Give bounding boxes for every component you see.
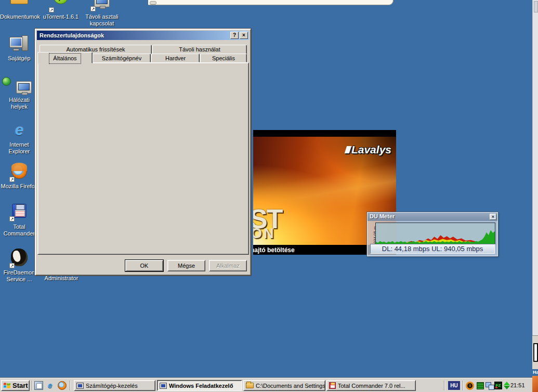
- splash-status-text: hajtó betöltése: [253, 246, 295, 254]
- taskbar: Start e Számítógép-kezelés Windows Felad…: [0, 378, 538, 392]
- du-meter-scale: 1034,05 m: [368, 222, 374, 245]
- windows-flag-icon: [3, 382, 11, 389]
- desktop: { "desktop": { "icons": [ { "label": "Do…: [0, 0, 538, 392]
- shortcut-arrow-icon: ↗: [90, 6, 96, 11]
- taskbar-divider: [32, 381, 33, 390]
- desktop-icon-utorrent[interactable]: µ ↗ uTorrent-1.6.1: [41, 0, 81, 20]
- start-button[interactable]: Start: [1, 380, 30, 391]
- icon-label: Hálózati helyek: [0, 97, 38, 110]
- firefox-icon[interactable]: [58, 381, 67, 390]
- dialog-titlebar[interactable]: Rendszertulajdonságok ? ×: [37, 31, 249, 40]
- task-button-task-manager[interactable]: Windows Feladatkezelő: [157, 380, 242, 391]
- tab-specialis[interactable]: Speciális: [200, 54, 247, 62]
- splash-subtitle-fragment: ON: [253, 226, 275, 242]
- folder-icon: [10, 0, 28, 4]
- icon-label: Távoli asztali kapcsolat: [81, 14, 123, 27]
- close-button[interactable]: ×: [240, 32, 248, 39]
- icon-label: Dokumentumok: [0, 14, 38, 20]
- edge-orange-area: [532, 376, 538, 392]
- du-meter-graph: [375, 223, 495, 244]
- language-indicator[interactable]: HU: [448, 381, 460, 390]
- apply-button[interactable]: Alkalmaz: [209, 260, 247, 271]
- taskbar-divider: [444, 381, 445, 390]
- globe-icon: [2, 77, 11, 86]
- du-meter-arrows-icon[interactable]: [504, 382, 510, 390]
- icon-label: Internet Explorer: [0, 141, 38, 155]
- screen-edge-sliver: Ha: [532, 0, 538, 392]
- tray-clock[interactable]: 21:51: [510, 382, 525, 388]
- task-button-computer-management[interactable]: Számítógép-kezelés: [74, 380, 155, 391]
- desktop-icon-my-computer[interactable]: Sajátgép: [0, 35, 38, 62]
- du-meter-status: DL: 44,18 mbps UL: 940,05 mbps: [370, 244, 495, 254]
- edge-partial-label: Ha: [532, 369, 538, 376]
- traffic-graph: [376, 223, 495, 244]
- remote-desktop-icon: [94, 0, 110, 7]
- tab-altalanos[interactable]: Általános: [37, 52, 93, 63]
- lavalys-logo: Lavalys: [346, 143, 391, 156]
- desktop-icon-total-commander[interactable]: ↗ Total Commander: [0, 204, 38, 237]
- internet-explorer-icon[interactable]: e: [46, 381, 55, 390]
- task-button-explorer[interactable]: C:\Documents and Settings: [243, 380, 325, 391]
- tab-tavoli-hasznalat[interactable]: Távoli használat: [152, 45, 247, 54]
- background-window-top-edge[interactable]: [148, 0, 393, 5]
- utorrent-icon: µ: [54, 0, 68, 4]
- edge-black-box: [533, 343, 538, 362]
- desktop-icon-internet-explorer[interactable]: e Internet Explorer: [0, 122, 38, 155]
- edge-window-strip: [532, 0, 538, 335]
- taskbar-divider: [463, 381, 464, 390]
- shortcut-arrow-icon: ↗: [9, 216, 15, 221]
- shortcut-arrow-icon: ↗: [9, 177, 15, 182]
- cancel-button[interactable]: Mégse: [167, 260, 205, 271]
- icon-label: uTorrent-1.6.1: [41, 14, 81, 20]
- ok-button[interactable]: OK: [125, 260, 163, 271]
- icon-label: FireDaemon Service ...: [0, 269, 38, 283]
- green-square-icon[interactable]: [477, 382, 484, 389]
- tab-szamitogepnev[interactable]: Számítógépnév: [93, 54, 151, 62]
- desktop-icon-firefox[interactable]: ↗ Mozilla Firefox: [0, 163, 38, 190]
- shortcut-arrow-icon: ↗: [9, 263, 15, 268]
- icon-label: Mozilla Firefox: [0, 183, 38, 190]
- floppy-icon: [329, 382, 336, 389]
- info-icon[interactable]: i: [466, 382, 474, 390]
- desktop-icon-network-places[interactable]: Hálózati helyek: [0, 77, 38, 110]
- system-properties-dialog: Rendszertulajdonságok ? × Automatikus fr…: [35, 29, 251, 276]
- icon-label: Total Commander: [0, 224, 38, 237]
- task-button-total-commander[interactable]: Total Commander 7.0 rel...: [326, 380, 416, 391]
- network-icon[interactable]: [485, 382, 494, 389]
- icon-label: Administrator: [44, 275, 78, 282]
- help-button[interactable]: ?: [230, 32, 239, 39]
- floppy-icon: [12, 204, 27, 218]
- window-nub: [150, 1, 156, 5]
- dialog-title: Rendszertulajdonságok: [37, 32, 230, 38]
- my-computer-icon: [9, 35, 29, 52]
- taskbar-divider: [70, 381, 71, 390]
- computer-icon: [160, 383, 167, 389]
- start-label: Start: [12, 382, 28, 389]
- folder-icon: [246, 383, 254, 388]
- du-meter-window: DU Meter × 1034,05 m DL: 44,18 mbps UL: …: [367, 212, 498, 256]
- shortcut-arrow-icon: ↗: [49, 7, 54, 12]
- du-meter-titlebar[interactable]: DU Meter: [368, 213, 497, 221]
- filezilla-icon[interactable]: FZ: [494, 382, 502, 389]
- icon-label: Sajátgép: [0, 55, 38, 62]
- desktop-icon-firedaemon[interactable]: ↗ FireDaemon Service ...: [0, 249, 38, 283]
- desktop-icon-dokumentumok[interactable]: Dokumentumok: [0, 0, 38, 20]
- internet-explorer-icon: e: [15, 122, 23, 138]
- tab-page-general: [37, 62, 249, 255]
- computer-icon: [76, 383, 84, 389]
- monitor-icon: [16, 81, 32, 94]
- desktop-icon-administrator[interactable]: Administrator: [44, 275, 78, 282]
- tab-hardver[interactable]: Hardver: [151, 54, 200, 62]
- show-desktop-icon[interactable]: [34, 381, 43, 390]
- du-meter-close-icon[interactable]: ×: [490, 214, 496, 220]
- desktop-icon-remote-desktop[interactable]: ↗ Távoli asztali kapcsolat: [81, 0, 123, 27]
